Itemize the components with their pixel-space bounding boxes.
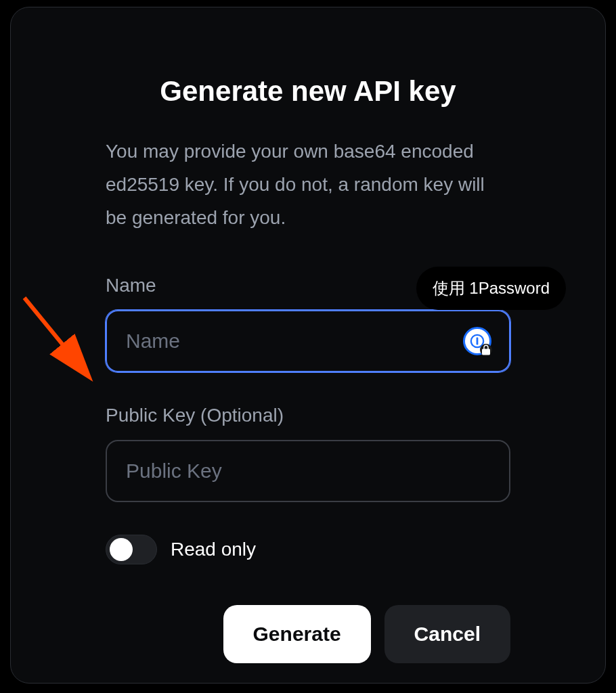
name-form-group: Name 使用 1Password [106, 275, 510, 372]
public-key-label: Public Key (Optional) [106, 405, 510, 426]
generate-button[interactable]: Generate [223, 605, 371, 663]
button-row: Generate Cancel [106, 605, 510, 663]
svg-rect-1 [477, 338, 479, 345]
onepassword-icon[interactable] [463, 327, 491, 355]
name-input[interactable] [106, 310, 510, 372]
name-input-wrapper [106, 310, 510, 372]
read-only-label: Read only [171, 539, 256, 560]
generate-api-key-modal: Generate new API key You may provide you… [10, 7, 606, 684]
modal-description: You may provide your own base64 encoded … [106, 135, 510, 234]
public-key-input[interactable] [106, 440, 510, 502]
read-only-toggle-row: Read only [106, 535, 510, 564]
password-manager-tooltip: 使用 1Password [416, 267, 566, 310]
toggle-knob [110, 538, 133, 561]
cancel-button[interactable]: Cancel [384, 605, 510, 663]
lock-icon [480, 344, 492, 356]
public-key-form-group: Public Key (Optional) [106, 405, 510, 502]
modal-title: Generate new API key [106, 75, 510, 108]
read-only-toggle[interactable] [106, 535, 157, 564]
